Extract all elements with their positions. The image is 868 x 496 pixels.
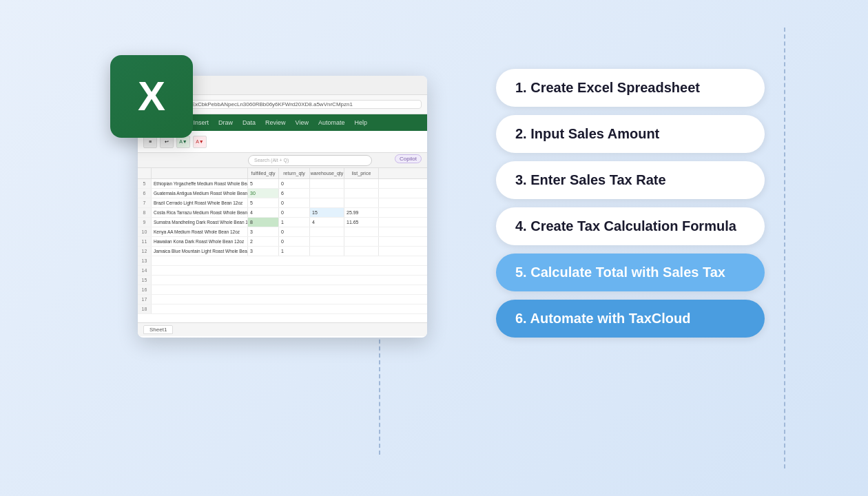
step-3-label: 3. Enter Sales Tax Rate [515, 172, 666, 187]
row-6-col2: 6 [279, 189, 310, 198]
dashed-line-right [784, 28, 785, 468]
row-12-col2: 1 [279, 247, 310, 256]
table-row-empty-13: 13 [138, 256, 427, 266]
step-6-label: 6. Automate with TaxCloud [515, 311, 690, 326]
row-11-col1: 2 [248, 237, 279, 246]
row-10-col3 [310, 227, 344, 236]
step-5-label: 5. Calculate Total with Sales Tax [515, 265, 725, 280]
row-11-col4 [344, 237, 379, 246]
row-num-5: 5 [138, 179, 152, 188]
row-11-name: Hawaiian Kona Dark Roast Whole Bean 12oz [152, 237, 248, 246]
row-6-name: Guatemala Antigua Medium Roast Whole Bea… [152, 189, 248, 198]
table-row-empty-14: 14 [138, 266, 427, 276]
row-num-6: 6 [138, 189, 152, 198]
row-12-col3 [310, 247, 344, 256]
table-row: 12 Jamaica Blue Mountain Light Roast Who… [138, 247, 427, 256]
row-5-col2: 0 [279, 179, 310, 188]
row-num-8: 8 [138, 208, 152, 217]
col-header-warehouse: warehouse_qty [310, 168, 344, 178]
table-row-empty-18: 18 [138, 304, 427, 314]
row-6-col4 [344, 189, 379, 198]
row-8-name: Costa Rica Tarrazu Medium Roast Whole Be… [152, 208, 248, 217]
excel-logo: X [110, 55, 193, 138]
col-header-num [138, 168, 152, 178]
col-header-fulfilled: fulfilled_qty [248, 168, 279, 178]
excel-sheet: fulfilled_qty return_qty warehouse_qty l… [138, 168, 427, 322]
row-11-col2: 0 [279, 237, 310, 246]
row-9-name: Sumatra Mandheling Dark Roast Whole Bean… [152, 218, 248, 227]
step-2-label: 2. Input Sales Amount [515, 126, 659, 141]
col-header-price: list_price [344, 168, 379, 178]
row-7-col4 [344, 198, 379, 207]
row-num-12: 12 [138, 247, 152, 256]
row-9-col4: 11.65 [344, 218, 379, 227]
excel-search-bar: Search (Alt + Q) Copilot [138, 153, 427, 168]
row-8-col1: 4 [248, 208, 279, 217]
tab-help[interactable]: Help [350, 118, 371, 127]
row-7-col2: 0 [279, 198, 310, 207]
row-num-10: 10 [138, 227, 152, 236]
tab-view[interactable]: View [291, 118, 313, 127]
table-row: 5 Ethiopian Yirgacheffe Medium Roast Who… [138, 179, 427, 189]
excel-x-letter: X [138, 76, 165, 117]
row-12-name: Jamaica Blue Mountain Light Roast Whole … [152, 247, 248, 256]
row-7-col1: 5 [248, 198, 279, 207]
row-7-col3 [310, 198, 344, 207]
row-10-col1: 3 [248, 227, 279, 236]
table-row-empty-16: 16 [138, 285, 427, 295]
row-10-col4 [344, 227, 379, 236]
tab-draw[interactable]: Draw [214, 118, 237, 127]
col-header-name [152, 168, 248, 178]
step-1-pill[interactable]: 1. Create Excel Spreadsheet [496, 69, 765, 107]
step-4-pill[interactable]: 4. Create Tax Calculation Formula [496, 207, 765, 245]
row-10-col2: 0 [279, 227, 310, 236]
copilot-badge[interactable]: Copilot [395, 154, 422, 163]
tool-btn-4[interactable]: A▼ [193, 136, 207, 148]
row-9-col3: 4 [310, 218, 344, 227]
table-row: 9 Sumatra Mandheling Dark Roast Whole Be… [138, 218, 427, 227]
row-8-col4: 25.99 [344, 208, 379, 217]
row-12-col1: 3 [248, 247, 279, 256]
table-row-empty-17: 17 [138, 295, 427, 304]
row-num-9: 9 [138, 218, 152, 227]
sheet-tabs-bar: Sheet1 [138, 322, 427, 336]
row-7-name: Brazil Cerrado Light Roast Whole Bean 12… [152, 198, 248, 207]
table-row: 8 Costa Rica Tarrazu Medium Roast Whole … [138, 208, 427, 218]
steps-container: 1. Create Excel Spreadsheet 2. Input Sal… [496, 69, 765, 338]
row-5-name: Ethiopian Yirgacheffe Medium Roast Whole… [152, 179, 248, 188]
tab-data[interactable]: Data [238, 118, 260, 127]
row-5-col4 [344, 179, 379, 188]
table-row-empty-15: 15 [138, 276, 427, 285]
row-9-col2: 1 [279, 218, 310, 227]
row-6-col3 [310, 189, 344, 198]
sheet-header-row: fulfilled_qty return_qty warehouse_qty l… [138, 168, 427, 179]
col-header-return: return_qty [279, 168, 310, 178]
sheet-tab-1[interactable]: Sheet1 [143, 325, 173, 334]
table-row: 10 Kenya AA Medium Roast Whole Bean 12oz… [138, 227, 427, 237]
row-12-col4 [344, 247, 379, 256]
tab-review[interactable]: Review [261, 118, 290, 127]
row-8-col3: 15 [310, 208, 344, 217]
row-6-col1: 30 [248, 189, 279, 198]
row-9-col1: 8 [248, 218, 279, 227]
table-row: 7 Brazil Cerrado Light Roast Whole Bean … [138, 198, 427, 208]
step-1-label: 1. Create Excel Spreadsheet [515, 80, 700, 95]
step-3-pill[interactable]: 3. Enter Sales Tax Rate [496, 161, 765, 199]
tab-automate[interactable]: Automate [314, 118, 349, 127]
table-row: 6 Guatemala Antigua Medium Roast Whole B… [138, 189, 427, 198]
step-2-pill[interactable]: 2. Input Sales Amount [496, 115, 765, 153]
row-5-col3 [310, 179, 344, 188]
step-6-pill[interactable]: 6. Automate with TaxCloud [496, 300, 765, 338]
row-10-name: Kenya AA Medium Roast Whole Bean 12oz [152, 227, 248, 236]
table-row: 11 Hawaiian Kona Dark Roast Whole Bean 1… [138, 237, 427, 247]
step-5-pill[interactable]: 5. Calculate Total with Sales Tax [496, 254, 765, 291]
step-4-label: 4. Create Tax Calculation Formula [515, 218, 736, 234]
excel-search-input[interactable]: Search (Alt + Q) [248, 155, 372, 166]
row-8-col2: 0 [279, 208, 310, 217]
row-num-11: 11 [138, 237, 152, 246]
row-5-col1: 5 [248, 179, 279, 188]
row-num-7: 7 [138, 198, 152, 207]
row-11-col3 [310, 237, 344, 246]
search-placeholder: Search (Alt + Q) [254, 158, 289, 163]
